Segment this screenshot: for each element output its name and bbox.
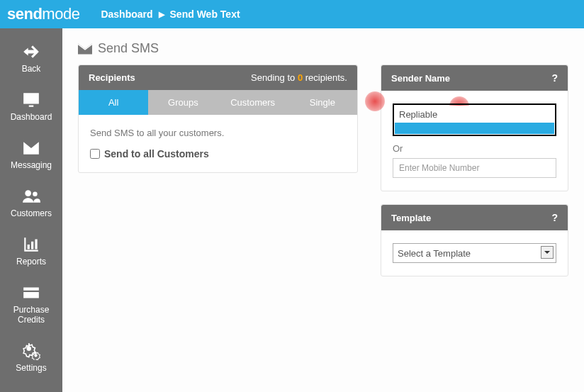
nav-customers[interactable]: Customers xyxy=(0,180,62,228)
page-title-text: Send SMS xyxy=(98,41,159,56)
gears-icon xyxy=(22,342,40,360)
nav-back[interactable]: Back xyxy=(0,35,62,84)
chevron-right-icon: ▶ xyxy=(159,10,164,19)
nav-settings[interactable]: Settings xyxy=(0,335,62,383)
monitor-icon xyxy=(22,91,40,109)
svg-point-1 xyxy=(33,192,37,197)
panel-header: Sender Name ? xyxy=(381,65,568,91)
template-header-label: Template xyxy=(391,213,431,223)
sidebar: Back Dashboard Messaging Customers Repor… xyxy=(0,28,62,392)
tab-single[interactable]: Single xyxy=(288,90,357,115)
breadcrumb-item[interactable]: Dashboard xyxy=(101,9,152,20)
recipients-count: Sending to 0 recipients. xyxy=(251,72,347,83)
send-all-label[interactable]: Send to all Customers xyxy=(104,148,209,159)
help-icon[interactable]: ? xyxy=(551,72,558,84)
nav-label: Messaging xyxy=(0,160,62,170)
svg-point-3 xyxy=(34,354,37,357)
nav-dashboard[interactable]: Dashboard xyxy=(0,84,62,132)
mobile-number-input[interactable] xyxy=(393,158,556,178)
tab-all[interactable]: All xyxy=(79,90,148,115)
nav-purchase-credits[interactable]: Purchase Credits xyxy=(0,276,62,335)
chart-icon xyxy=(22,235,40,254)
envelope-icon xyxy=(78,43,92,55)
brand-part1: send xyxy=(7,5,42,23)
panel-header: Template ? xyxy=(381,205,568,230)
breadcrumb-item[interactable]: Send Web Text xyxy=(170,9,240,20)
svg-point-0 xyxy=(25,190,31,196)
nav-messaging[interactable]: Messaging xyxy=(0,132,62,180)
users-icon xyxy=(22,187,40,206)
svg-point-2 xyxy=(27,347,32,352)
nav-label: Settings xyxy=(0,363,62,373)
or-label: Or xyxy=(393,143,556,154)
template-select[interactable]: Select a Template xyxy=(393,243,556,263)
nav-label: Dashboard xyxy=(0,112,62,122)
send-all-checkbox[interactable] xyxy=(90,149,100,159)
tab-groups[interactable]: Groups xyxy=(148,90,218,115)
sender-header-label: Sender Name xyxy=(391,73,450,84)
brand-logo: sendmode xyxy=(7,5,79,23)
template-panel: Template ? Select a Template xyxy=(381,204,568,276)
nav-reports[interactable]: Reports xyxy=(0,228,62,276)
top-bar: sendmode Dashboard ▶ Send Web Text xyxy=(0,0,584,28)
recipients-panel: Recipients Sending to 0 recipients. All … xyxy=(78,65,358,173)
sender-select-box[interactable] xyxy=(393,103,556,136)
nav-label: Customers xyxy=(0,208,62,218)
panel-header: Recipients Sending to 0 recipients. xyxy=(79,65,357,90)
sender-selected-value[interactable] xyxy=(395,106,554,123)
page-title: Send SMS xyxy=(78,41,568,56)
recipients-header-label: Recipients xyxy=(89,72,135,83)
credit-card-icon xyxy=(22,284,40,302)
sender-dropdown-highlight[interactable] xyxy=(395,123,554,134)
sender-name-panel: Sender Name ? Or xyxy=(381,65,568,191)
recipients-hint: Send SMS to all your customers. xyxy=(90,128,346,138)
recipients-tabs: All Groups Customers Single xyxy=(79,90,357,115)
nav-label: Back xyxy=(0,64,62,74)
tab-customers[interactable]: Customers xyxy=(218,90,288,115)
brand-part2: mode xyxy=(42,5,79,23)
nav-label: Purchase Credits xyxy=(0,305,62,325)
back-arrow-icon xyxy=(22,43,40,61)
envelope-icon xyxy=(22,139,40,157)
help-icon[interactable]: ? xyxy=(551,212,558,223)
breadcrumb: Dashboard ▶ Send Web Text xyxy=(101,9,240,20)
nav-label: Reports xyxy=(0,257,62,267)
main-content: Send SMS Recipients Sending to 0 recipie… xyxy=(62,28,584,392)
